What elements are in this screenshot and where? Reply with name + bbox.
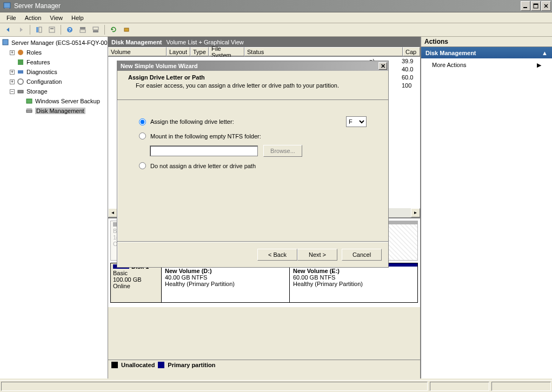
- col-fs[interactable]: File System: [209, 47, 244, 56]
- show-hide-tree-button[interactable]: [33, 24, 45, 36]
- tree-storage[interactable]: − Storage: [1, 87, 107, 96]
- wizard-dialog: New Simple Volume Wizard ✕ Assign Drive …: [117, 61, 389, 268]
- tree-root[interactable]: Server Manager (ECS-0514-FQY-00: [1, 38, 107, 48]
- backup-icon: [25, 97, 34, 105]
- col-layout[interactable]: Layout: [167, 47, 190, 56]
- titlebar: Server Manager: [0, 0, 552, 12]
- svg-rect-22: [26, 99, 32, 103]
- properties-button[interactable]: [46, 24, 58, 36]
- expander-icon[interactable]: +: [10, 70, 15, 75]
- wizard-close-button[interactable]: ✕: [378, 62, 387, 70]
- mount-path-input[interactable]: [150, 145, 258, 156]
- svg-rect-15: [124, 28, 129, 31]
- svg-text:?: ?: [68, 27, 71, 32]
- menu-file[interactable]: File: [2, 14, 21, 22]
- svg-rect-2: [523, 7, 527, 8]
- drive-letter-select[interactable]: F: [346, 116, 367, 127]
- actions-section-header[interactable]: Disk Management ▲: [421, 47, 552, 58]
- svg-rect-19: [18, 70, 23, 74]
- statusbar: [0, 380, 552, 392]
- app-icon: [3, 2, 11, 10]
- close-button[interactable]: [541, 1, 551, 11]
- rescan-button[interactable]: [121, 24, 132, 36]
- partition-d[interactable]: New Volume (D:) 40.00 GB NTFS Healthy (P…: [162, 263, 290, 302]
- content-header: Disk Management Volume List + Graphical …: [108, 37, 420, 47]
- expander-icon[interactable]: +: [10, 50, 15, 55]
- back-button[interactable]: [2, 24, 14, 36]
- features-icon: [16, 58, 25, 67]
- svg-rect-14: [93, 30, 98, 32]
- svg-rect-21: [18, 90, 23, 93]
- svg-rect-23: [26, 110, 32, 112]
- server-icon: [1, 38, 10, 47]
- menu-help[interactable]: Help: [67, 14, 88, 22]
- toolbar-separator: [61, 25, 61, 35]
- actions-pane: Actions Disk Management ▲ More Actions ▶: [420, 37, 552, 378]
- svg-rect-12: [80, 30, 85, 32]
- view-top-button[interactable]: [77, 24, 89, 36]
- window-title: Server Manager: [13, 2, 520, 10]
- configuration-icon: [16, 77, 25, 86]
- menu-action[interactable]: Action: [21, 14, 46, 22]
- roles-icon: [16, 48, 25, 57]
- scroll-right-icon[interactable]: ►: [411, 208, 420, 217]
- collapse-icon[interactable]: −: [10, 89, 15, 94]
- wizard-titlebar[interactable]: New Simple Volume Wizard ✕: [117, 61, 388, 71]
- action-more-actions[interactable]: More Actions ▶: [421, 58, 552, 72]
- tree-roles[interactable]: + Roles: [1, 48, 107, 57]
- tree-disk-management[interactable]: Disk Management: [1, 106, 107, 116]
- refresh-button[interactable]: [108, 24, 119, 36]
- radio-no-assign[interactable]: [139, 162, 146, 169]
- svg-point-17: [18, 50, 23, 55]
- svg-rect-7: [49, 27, 55, 32]
- svg-rect-8: [50, 28, 54, 29]
- back-button[interactable]: < Back: [257, 249, 297, 261]
- browse-button: Browse...: [263, 145, 302, 157]
- minimize-button[interactable]: [521, 1, 530, 11]
- cancel-button[interactable]: Cancel: [342, 249, 382, 261]
- legend: Unallocated Primary partition: [108, 360, 420, 369]
- col-volume[interactable]: Volume: [108, 47, 167, 56]
- svg-rect-11: [80, 27, 85, 29]
- partition-e[interactable]: New Volume (E:) 60.00 GB NTFS Healthy (P…: [290, 263, 417, 302]
- tree-backup[interactable]: Windows Server Backup: [1, 96, 107, 106]
- diskmgmt-icon: [25, 107, 34, 115]
- tree-diagnostics[interactable]: + Diagnostics: [1, 67, 107, 77]
- col-type[interactable]: Type: [190, 47, 209, 56]
- col-status[interactable]: Status: [244, 47, 403, 56]
- svg-rect-16: [3, 39, 8, 45]
- svg-rect-24: [26, 108, 32, 110]
- expander-icon[interactable]: +: [10, 79, 15, 84]
- svg-rect-5: [36, 27, 38, 32]
- maximize-button[interactable]: [531, 1, 541, 11]
- disk1-block[interactable]: Disk 1 Basic 100.00 GB Online New Volume…: [110, 263, 418, 303]
- navigation-tree: Server Manager (ECS-0514-FQY-00 + Roles …: [0, 37, 108, 378]
- radio-mount-folder[interactable]: [139, 132, 146, 139]
- toolbar-separator: [104, 25, 105, 35]
- toolbar-separator: [30, 25, 30, 35]
- actions-header: Actions: [421, 37, 552, 47]
- collapse-icon: ▲: [542, 50, 548, 56]
- next-button[interactable]: Next >: [297, 249, 337, 261]
- menubar: File Action View Help: [0, 12, 552, 23]
- svg-rect-18: [18, 59, 23, 65]
- tree-configuration[interactable]: + Configuration: [1, 77, 107, 87]
- help-button[interactable]: ?: [64, 24, 76, 36]
- scroll-left-icon[interactable]: ◄: [108, 208, 117, 217]
- wizard-footer: < Back Next > Cancel: [117, 242, 388, 267]
- wizard-header: Assign Drive Letter or Path For easier a…: [117, 71, 388, 100]
- svg-rect-13: [93, 27, 98, 30]
- col-capacity[interactable]: Cap: [403, 47, 420, 56]
- tree-features[interactable]: Features: [1, 57, 107, 67]
- toolbar: ?: [0, 23, 552, 37]
- legend-swatch-unallocated: [111, 362, 118, 368]
- storage-icon: [16, 87, 25, 96]
- forward-button[interactable]: [15, 24, 27, 36]
- svg-point-20: [18, 79, 23, 84]
- radio-assign-letter[interactable]: [139, 118, 146, 125]
- svg-rect-4: [534, 4, 538, 5]
- view-bottom-button[interactable]: [90, 24, 102, 36]
- wizard-body: Assign the following drive letter: F Mou…: [117, 100, 388, 242]
- menu-view[interactable]: View: [45, 14, 67, 22]
- diagnostics-icon: [16, 68, 25, 76]
